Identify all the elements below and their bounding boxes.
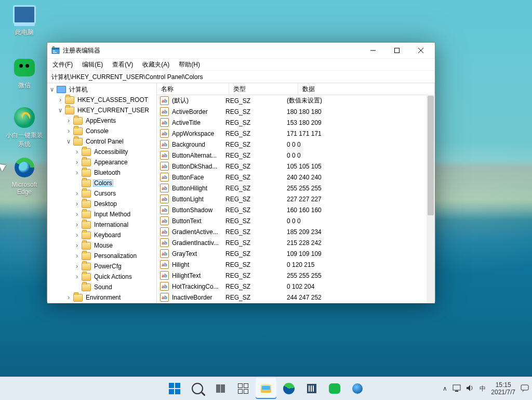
minimize-button[interactable] [361, 43, 385, 58]
store-button[interactable] [301, 378, 322, 399]
menu-view[interactable]: 查看(V) [112, 60, 133, 69]
expand-icon[interactable]: › [57, 96, 64, 104]
expand-icon[interactable]: › [73, 159, 81, 166]
list-row[interactable]: abButtonShadowREG_SZ160 160 160 [157, 204, 435, 215]
list-row[interactable]: abButtonFaceREG_SZ240 240 240 [157, 172, 435, 183]
col-name[interactable]: 名称 [157, 83, 229, 95]
list-row[interactable]: abButtonAlternat...REG_SZ0 0 0 [157, 150, 435, 161]
list-body[interactable]: ab(默认)REG_SZ(数值未设置)abActiveBorderREG_SZ1… [157, 95, 435, 303]
tree-item[interactable]: ›Desktop [47, 199, 156, 209]
menu-help[interactable]: 帮助(H) [179, 60, 200, 69]
start-button[interactable] [164, 378, 185, 399]
desktop-icon-wechat[interactable]: 微信 [5, 56, 44, 90]
list-row[interactable]: abButtonTextREG_SZ0 0 0 [157, 215, 435, 226]
tree-hkcu[interactable]: ∨ HKEY_CURRENT_USER [47, 105, 156, 115]
list-header[interactable]: 名称 类型 数据 [157, 83, 435, 95]
tray-ime[interactable]: 中 [480, 384, 486, 393]
tree-item[interactable]: ›AppEvents [47, 115, 156, 126]
col-type[interactable]: 类型 [229, 83, 298, 95]
expand-icon[interactable]: › [73, 190, 81, 197]
tree-item[interactable]: ›Cursors [47, 188, 156, 199]
expand-icon[interactable]: › [73, 231, 81, 239]
list-row[interactable]: abHotTrackingCo...REG_SZ0 102 204 [157, 281, 435, 292]
tree-item[interactable]: ›Personalization [47, 251, 156, 261]
list-row[interactable]: abAppWorkspaceREG_SZ171 171 171 [157, 128, 435, 139]
col-data[interactable]: 数据 [298, 83, 435, 95]
tree-item[interactable]: ›Input Method [47, 209, 156, 220]
tray-volume-icon[interactable] [466, 384, 474, 393]
tree-item[interactable]: ›Accessibility [47, 147, 156, 157]
tree-item[interactable]: ›Environment [47, 292, 156, 303]
expand-icon[interactable]: › [73, 221, 81, 228]
expand-icon[interactable]: › [73, 242, 81, 249]
collapse-icon[interactable]: ∨ [48, 86, 56, 93]
titlebar[interactable]: 注册表编辑器 [47, 43, 435, 59]
list-row[interactable]: abActiveTitleREG_SZ153 180 209 [157, 117, 435, 128]
search-button[interactable] [187, 378, 208, 399]
list-row[interactable]: abBackgroundREG_SZ0 0 0 [157, 139, 435, 150]
menu-edit[interactable]: 编辑(E) [82, 60, 103, 69]
close-button[interactable] [409, 43, 433, 58]
list-row[interactable]: abHilightTextREG_SZ255 255 255 [157, 270, 435, 281]
tree-item[interactable]: ›Console [47, 126, 156, 136]
list-row[interactable]: abActiveBorderREG_SZ180 180 180 [157, 106, 435, 117]
system-tray[interactable]: ∧ 中 15:15 2021/7/7 [443, 381, 529, 396]
expand-icon[interactable]: › [73, 148, 81, 156]
tray-chevron-icon[interactable]: ∧ [443, 385, 447, 392]
value-type: REG_SZ [224, 228, 286, 236]
expand-icon[interactable]: › [65, 117, 72, 124]
tree-hkcr[interactable]: › HKEY_CLASSES_ROOT [47, 95, 156, 105]
menu-file[interactable]: 文件(F) [52, 60, 73, 69]
tree-item[interactable]: ›Mouse [47, 240, 156, 251]
expand-icon[interactable]: › [73, 263, 81, 270]
list-row[interactable]: abGradientActive...REG_SZ185 209 234 [157, 226, 435, 237]
taskview-button[interactable] [210, 378, 231, 399]
expand-icon[interactable]: › [73, 273, 81, 280]
address-bar[interactable]: 计算机\HKEY_CURRENT_USER\Control Panel\Colo… [47, 71, 435, 83]
tree-item[interactable]: ∨Control Panel [47, 136, 156, 147]
widgets-button[interactable] [233, 378, 254, 399]
tray-cast-icon[interactable] [453, 384, 461, 393]
tree-item[interactable]: Colors [47, 178, 156, 188]
expand-icon[interactable]: ∨ [65, 138, 72, 145]
wechat-button[interactable] [324, 378, 345, 399]
tree-item[interactable]: ›Appearance [47, 157, 156, 167]
list-row[interactable]: abButtonDkShad...REG_SZ105 105 105 [157, 161, 435, 172]
maximize-button[interactable] [385, 43, 409, 58]
collapse-icon[interactable]: ∨ [57, 107, 64, 114]
list-row[interactable]: abHilightREG_SZ0 120 215 [157, 259, 435, 270]
companion-button[interactable] [347, 378, 368, 399]
desktop-icon-this-pc[interactable]: 此电脑 [5, 3, 44, 37]
tree-item[interactable]: ›PowerCfg [47, 261, 156, 272]
edge-button[interactable] [278, 378, 299, 399]
tree-item[interactable]: ›International [47, 220, 156, 230]
expand-icon[interactable]: › [73, 200, 81, 208]
list-row[interactable]: abGradientInactiv...REG_SZ215 228 242 [157, 237, 435, 248]
tree-item[interactable]: ›Keyboard [47, 230, 156, 240]
desktop-icon-edge[interactable]: Microsoft Edge [5, 156, 44, 196]
tree-root[interactable]: ∨ 计算机 [47, 84, 156, 95]
list-row[interactable]: abButtonHilightREG_SZ255 255 255 [157, 183, 435, 193]
tree-item[interactable]: Sound [47, 282, 156, 292]
menu-fav[interactable]: 收藏夹(A) [142, 60, 169, 69]
expand-icon[interactable]: › [73, 211, 81, 218]
folder-icon [73, 117, 83, 125]
tray-clock[interactable]: 15:15 2021/7/7 [491, 381, 515, 396]
desktop-icon-reinstall-tool[interactable]: 小白一键重装 系统 [5, 106, 44, 149]
expand-icon[interactable]: › [65, 294, 72, 301]
tree-item[interactable]: ›Bluetooth [47, 167, 156, 178]
tree-item[interactable]: ›Quick Actions [47, 272, 156, 282]
expand-icon[interactable]: › [73, 169, 81, 176]
list-row[interactable]: abInactiveBorderREG_SZ244 247 252 [157, 292, 435, 303]
expand-icon[interactable]: › [73, 252, 81, 260]
list-row[interactable]: ab(默认)REG_SZ(数值未设置) [157, 95, 435, 106]
expand-icon[interactable]: › [65, 127, 72, 135]
tree-hscrollbar[interactable] [47, 303, 156, 303]
tree-pane[interactable]: ∨ 计算机 › HKEY_CLASSES_ROOT ∨ HKEY_CURRENT… [47, 83, 157, 303]
list-row[interactable]: abGrayTextREG_SZ109 109 109 [157, 248, 435, 259]
list-vscrollbar[interactable] [427, 95, 435, 303]
explorer-button[interactable] [256, 378, 276, 399]
tree-item-label: Colors [93, 179, 113, 187]
list-row[interactable]: abButtonLightREG_SZ227 227 227 [157, 193, 435, 204]
tray-notifications-icon[interactable] [521, 384, 529, 393]
